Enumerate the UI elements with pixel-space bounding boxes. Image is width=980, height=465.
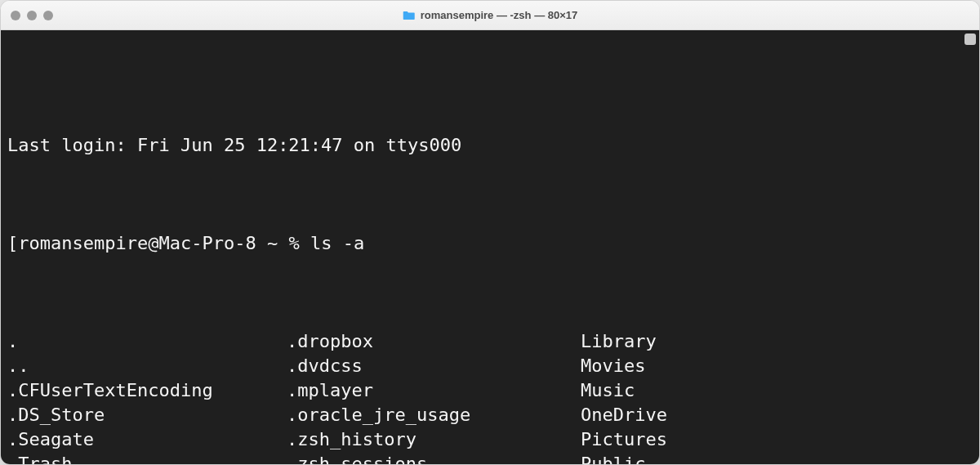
ls-entry: .dvdcss — [287, 354, 581, 378]
ls-entry: .. — [7, 354, 287, 378]
ls-entry: Pictures — [581, 427, 875, 452]
ls-row: .DS_Store.oracle_jre_usageOneDrive — [7, 403, 973, 427]
ls-entry: Public — [581, 452, 875, 464]
ls-entry: .CFUserTextEncoding — [7, 378, 287, 403]
titlebar[interactable]: romansempire — -zsh — 80×17 — [1, 1, 979, 30]
prompt-line-1: [romansempire@Mac-Pro-8 ~ % ls -a — [7, 231, 973, 256]
ls-row: .CFUserTextEncoding.mplayerMusic — [7, 378, 973, 403]
ls-row: .Seagate.zsh_historyPictures — [7, 427, 973, 452]
command-text: ls -a — [310, 233, 364, 253]
ls-entry: .zsh_history — [287, 427, 581, 452]
window-title: romansempire — -zsh — 80×17 — [403, 9, 578, 21]
ls-entry: .mplayer — [287, 378, 581, 403]
window-controls — [11, 11, 53, 20]
scrollbar-track[interactable] — [966, 32, 978, 463]
folder-icon — [403, 11, 416, 20]
ls-row: .Trash.zsh_sessionsPublic — [7, 452, 973, 464]
scrollbar-thumb[interactable] — [964, 34, 976, 45]
ls-output: ..dropboxLibrary...dvdcssMovies.CFUserTe… — [7, 329, 973, 464]
close-button[interactable] — [11, 11, 20, 20]
last-login-line: Last login: Fri Jun 25 12:21:47 on ttys0… — [7, 133, 973, 158]
ls-row: ...dvdcssMovies — [7, 354, 973, 378]
ls-row: ..dropboxLibrary — [7, 329, 973, 354]
minimize-button[interactable] — [27, 11, 37, 20]
ls-entry: .oracle_jre_usage — [287, 403, 581, 427]
ls-entry: Library — [581, 329, 875, 354]
terminal-viewport[interactable]: Last login: Fri Jun 25 12:21:47 on ttys0… — [1, 30, 979, 464]
ls-entry: .dropbox — [287, 329, 581, 354]
ls-entry: . — [7, 329, 287, 354]
ls-entry: Movies — [581, 354, 875, 378]
terminal-window: romansempire — -zsh — 80×17 Last login: … — [0, 0, 980, 465]
ls-entry: .Trash — [7, 452, 287, 464]
ls-entry: .Seagate — [7, 427, 287, 452]
ls-entry: .zsh_sessions — [287, 452, 581, 464]
ls-entry: .DS_Store — [7, 403, 287, 427]
window-title-text: romansempire — -zsh — 80×17 — [421, 9, 578, 21]
zoom-button[interactable] — [43, 11, 53, 20]
ls-entry: OneDrive — [581, 403, 875, 427]
ls-entry: Music — [581, 378, 875, 403]
